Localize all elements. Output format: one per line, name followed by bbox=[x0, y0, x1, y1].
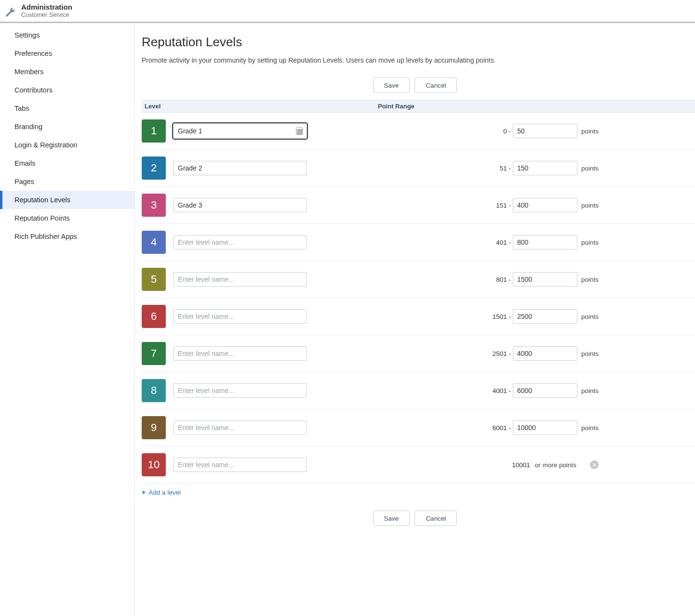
sidebar-item-settings[interactable]: Settings bbox=[0, 26, 134, 44]
remove-level-button[interactable]: ✕ bbox=[590, 460, 599, 469]
points-input[interactable] bbox=[513, 198, 577, 212]
points-label: points bbox=[581, 165, 599, 172]
sidebar-item-pages[interactable]: Pages bbox=[0, 172, 134, 191]
range-start: 10001 bbox=[500, 461, 530, 469]
point-range: 1501 -points bbox=[481, 309, 695, 324]
topbar: Administration Customer Service bbox=[0, 0, 695, 23]
cancel-button[interactable]: Cancel bbox=[414, 78, 457, 93]
point-range: 801 -points bbox=[481, 272, 695, 287]
point-range: 6001 -points bbox=[481, 420, 695, 435]
points-input[interactable] bbox=[513, 309, 577, 324]
page-title: Reputation Levels bbox=[135, 35, 695, 50]
level-name-input[interactable] bbox=[174, 458, 307, 472]
point-range: 2501 -points bbox=[481, 346, 695, 361]
range-start: 801 - bbox=[481, 276, 511, 283]
or-more-label: or more points bbox=[535, 461, 576, 469]
point-range: 51 -points bbox=[481, 161, 695, 175]
cancel-button[interactable]: Cancel bbox=[414, 511, 457, 526]
points-input[interactable] bbox=[513, 235, 577, 249]
range-start: 1501 - bbox=[481, 313, 511, 320]
level-badge[interactable]: 4 bbox=[142, 231, 166, 254]
level-name-input[interactable] bbox=[174, 346, 307, 361]
level-row: 251 -points bbox=[142, 150, 695, 187]
add-level-label: Add a level bbox=[148, 489, 181, 496]
level-row: 96001 -points bbox=[142, 409, 695, 446]
level-name-input[interactable] bbox=[174, 161, 307, 175]
level-name-input[interactable] bbox=[174, 124, 307, 138]
wrench-icon bbox=[5, 7, 15, 17]
table-header: Level Point Range bbox=[142, 100, 695, 113]
level-badge[interactable]: 9 bbox=[142, 416, 166, 439]
points-label: points bbox=[581, 239, 599, 246]
save-button[interactable]: Save bbox=[373, 78, 410, 93]
points-label: points bbox=[581, 424, 599, 432]
action-bar-bottom: Save Cancel bbox=[135, 508, 695, 533]
range-start: 2501 - bbox=[481, 350, 511, 357]
sidebar-item-branding[interactable]: Branding bbox=[0, 118, 134, 136]
sidebar-item-contributors[interactable]: Contributors bbox=[0, 81, 134, 99]
sidebar-item-tabs[interactable]: Tabs bbox=[0, 99, 134, 118]
levels-list: 1▩0 -points251 -points3151 -points4401 -… bbox=[135, 113, 695, 484]
range-start: 151 - bbox=[481, 202, 511, 209]
save-button[interactable]: Save bbox=[373, 511, 410, 526]
col-header-level: Level bbox=[142, 103, 378, 110]
contact-card-icon[interactable]: ▩ bbox=[296, 127, 303, 135]
points-input[interactable] bbox=[513, 346, 577, 361]
main-content: Reputation Levels Promote activity in yo… bbox=[135, 23, 695, 616]
sidebar-item-reputation-points[interactable]: Reputation Points bbox=[0, 209, 134, 227]
level-badge[interactable]: 1 bbox=[142, 119, 166, 143]
level-row: 72501 -points bbox=[142, 335, 695, 372]
range-start: 51 - bbox=[481, 165, 511, 172]
header-subtitle: Customer Service bbox=[21, 12, 72, 19]
point-range: 4001 -points bbox=[481, 383, 695, 398]
point-range: 401 -points bbox=[481, 235, 695, 249]
level-row: 3151 -points bbox=[142, 187, 695, 224]
level-row: 84001 -points bbox=[142, 372, 695, 409]
sidebar-item-preferences[interactable]: Preferences bbox=[0, 44, 134, 63]
points-label: points bbox=[581, 350, 599, 357]
points-label: points bbox=[581, 313, 599, 320]
add-level-button[interactable]: + Add a level bbox=[135, 484, 695, 496]
level-row: 5801 -points bbox=[142, 261, 695, 298]
points-label: points bbox=[581, 202, 599, 209]
sidebar-item-emails[interactable]: Emails bbox=[0, 154, 134, 172]
range-start: 4001 - bbox=[481, 387, 511, 394]
points-label: points bbox=[581, 128, 599, 135]
sidebar: SettingsPreferencesMembersContributorsTa… bbox=[0, 23, 135, 616]
range-start: 6001 - bbox=[481, 424, 511, 432]
level-name-input[interactable] bbox=[174, 420, 307, 435]
point-range: 10001or more points✕ bbox=[500, 460, 695, 469]
level-row: 1010001or more points✕ bbox=[142, 446, 695, 484]
level-badge[interactable]: 6 bbox=[142, 305, 166, 328]
action-bar-top: Save Cancel bbox=[135, 75, 695, 100]
level-name-input[interactable] bbox=[174, 198, 307, 212]
level-name-input[interactable] bbox=[174, 383, 307, 398]
points-input[interactable] bbox=[513, 420, 577, 435]
level-badge[interactable]: 10 bbox=[142, 453, 166, 476]
sidebar-item-members[interactable]: Members bbox=[0, 63, 134, 81]
points-label: points bbox=[581, 387, 599, 394]
points-input[interactable] bbox=[513, 124, 577, 138]
points-input[interactable] bbox=[513, 161, 577, 175]
sidebar-item-reputation-levels[interactable]: Reputation Levels bbox=[0, 191, 134, 209]
points-input[interactable] bbox=[513, 272, 577, 287]
level-badge[interactable]: 7 bbox=[142, 342, 166, 365]
level-badge[interactable]: 2 bbox=[142, 157, 166, 180]
sidebar-item-login-registration[interactable]: Login & Registration bbox=[0, 136, 134, 154]
points-input[interactable] bbox=[513, 383, 577, 398]
range-start: 0 - bbox=[481, 128, 511, 135]
range-start: 401 - bbox=[481, 239, 511, 246]
level-name-input[interactable] bbox=[174, 235, 307, 249]
level-name-input[interactable] bbox=[174, 272, 307, 287]
points-label: points bbox=[581, 276, 599, 283]
header-title: Administration bbox=[21, 3, 72, 12]
page-description: Promote activity in your community by se… bbox=[135, 56, 695, 64]
level-badge[interactable]: 3 bbox=[142, 194, 166, 217]
point-range: 151 -points bbox=[481, 198, 695, 212]
plus-icon: + bbox=[142, 488, 146, 496]
sidebar-item-rich-publisher-apps[interactable]: Rich Publisher Apps bbox=[0, 227, 134, 246]
level-badge[interactable]: 8 bbox=[142, 379, 166, 402]
level-row: 4401 -points bbox=[142, 224, 695, 261]
level-name-input[interactable] bbox=[174, 309, 307, 324]
level-badge[interactable]: 5 bbox=[142, 268, 166, 291]
